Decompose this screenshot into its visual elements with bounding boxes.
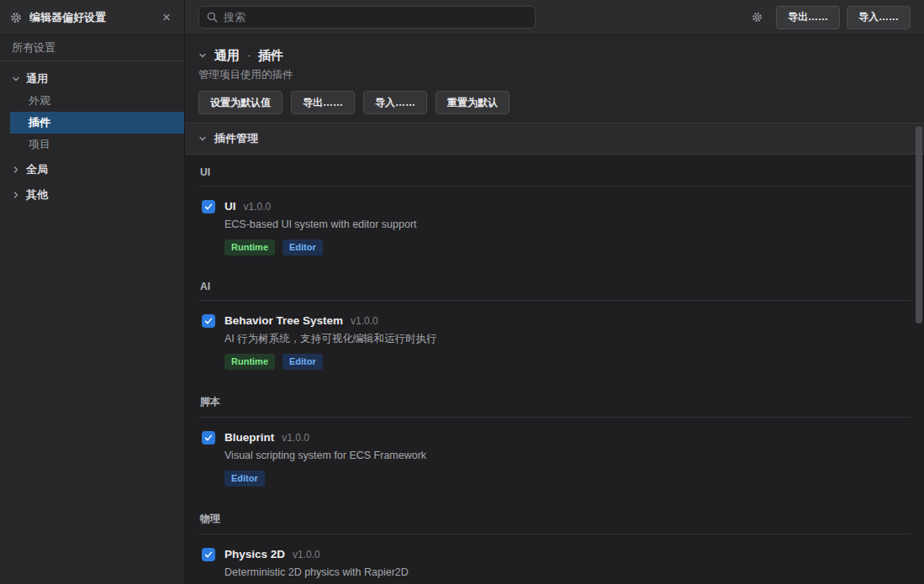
topbar: 导出…… 导入…… (185, 0, 924, 35)
plugin-enabled-checkbox[interactable] (202, 548, 215, 561)
plugin-row-ui: UIv1.0.0ECS-based UI system with editor … (198, 187, 911, 255)
plugin-name: Blueprint (224, 431, 274, 444)
plugin-version: v1.0.0 (351, 315, 378, 327)
plugin-name: UI (224, 200, 236, 213)
sidebar-item-label: 项目 (29, 137, 50, 152)
page-header: 通用 - 插件 管理项目使用的插件 设置为默认值导出……导入……重置为默认 (185, 35, 924, 124)
main-panel: 导出…… 导入…… 通用 - 插件 管理项目使用的插件 设置为默认值导出……导入… (185, 0, 924, 584)
sidebar-group-header-global[interactable]: 全局 (10, 159, 184, 181)
plugin-row-blueprint: Blueprintv1.0.0Visual scripting system f… (198, 418, 911, 487)
plugin-version: v1.0.0 (244, 201, 272, 213)
breadcrumb-current: 插件 (258, 48, 283, 64)
plugin-enabled-checkbox[interactable] (202, 431, 215, 445)
settings-gear-icon[interactable] (752, 12, 763, 23)
chevron-down-icon (198, 134, 207, 143)
chevron-right-icon (12, 191, 20, 199)
plugin-description: Visual scripting system for ECS Framewor… (224, 449, 426, 463)
scrollbar-thumb[interactable] (916, 126, 922, 324)
category-label: 物理 (198, 487, 911, 534)
plugin-name: Behavior Tree System (224, 314, 343, 327)
reset-button[interactable]: 重置为默认 (436, 91, 510, 114)
chevron-right-icon (12, 166, 20, 174)
page-description: 管理项目使用的插件 (198, 68, 911, 82)
sidebar-item-all-settings[interactable]: 所有设置 (0, 35, 184, 61)
sidebar-group-other: 其他 (10, 184, 184, 206)
plugin-version: v1.0.0 (282, 432, 309, 444)
sidebar-group-global: 全局 (10, 159, 184, 181)
all-settings-label: 所有设置 (12, 40, 55, 55)
plugin-tags: RuntimeEditor (224, 354, 437, 370)
import-button[interactable]: 导入…… (363, 91, 427, 114)
sidebar-group-label: 其他 (26, 187, 48, 203)
tag-runtime: Runtime (224, 354, 275, 370)
tag-editor: Editor (224, 471, 265, 487)
plugin-info: Behavior Tree Systemv1.0.0AI 行为树系统，支持可视化… (224, 314, 437, 370)
sidebar-group-general: 通用外观插件项目 (10, 68, 184, 155)
category-label: AI (198, 255, 911, 301)
plugin-version: v1.0.0 (293, 549, 320, 560)
tag-editor: Editor (282, 239, 323, 255)
plugin-name-row: Physics 2Dv1.0.0 (224, 548, 409, 561)
plugin-category-脚本: 脚本Blueprintv1.0.0Visual scripting system… (198, 370, 911, 487)
close-icon[interactable]: × (159, 8, 174, 26)
sidebar: 编辑器偏好设置 × 所有设置 通用外观插件项目全局其他 (0, 0, 185, 584)
tag-runtime: Runtime (224, 239, 275, 255)
sidebar-item-label: 外观 (29, 93, 50, 108)
plugin-tags: RuntimeEditor (224, 239, 417, 255)
sidebar-group-header-other[interactable]: 其他 (10, 184, 184, 206)
action-buttons: 设置为默认值导出……导入……重置为默认 (198, 91, 911, 114)
export-settings-button[interactable]: 导出…… (776, 6, 840, 29)
sidebar-item-plugins[interactable]: 插件 (10, 112, 184, 134)
window-titlebar: 编辑器偏好设置 × (0, 0, 184, 35)
plugin-category-ui: UIUIv1.0.0ECS-based UI system with edito… (198, 155, 911, 255)
sidebar-item-appearance[interactable]: 外观 (10, 90, 184, 112)
plugin-description: Deterministic 2D physics with Rapier2D (224, 566, 409, 580)
settings-tree: 通用外观插件项目全局其他 (0, 61, 184, 206)
search-input[interactable] (224, 11, 527, 24)
sidebar-group-label: 通用 (26, 71, 48, 87)
window-title: 编辑器偏好设置 (29, 10, 151, 25)
sidebar-item-label: 插件 (29, 115, 50, 130)
breadcrumb-separator: - (247, 50, 251, 61)
plugin-info: Blueprintv1.0.0Visual scripting system f… (224, 431, 426, 487)
plugin-name-row: Blueprintv1.0.0 (224, 431, 426, 445)
breadcrumb-parent: 通用 (214, 48, 240, 64)
plugin-description: AI 行为树系统，支持可视化编辑和运行时执行 (224, 332, 437, 346)
chevron-down-icon (198, 51, 207, 60)
plugin-tags: Editor (224, 471, 426, 487)
plugin-name-row: Behavior Tree Systemv1.0.0 (224, 314, 437, 328)
gear-icon (10, 12, 22, 24)
export-button[interactable]: 导出…… (291, 91, 355, 114)
preferences-window: 编辑器偏好设置 × 所有设置 通用外观插件项目全局其他 (0, 0, 924, 584)
plugin-category-物理: 物理Physics 2Dv1.0.0Deterministic 2D physi… (198, 487, 911, 584)
plugin-info: UIv1.0.0ECS-based UI system with editor … (224, 200, 417, 255)
plugin-row-behavior-tree-system: Behavior Tree Systemv1.0.0AI 行为树系统，支持可视化… (198, 301, 911, 370)
plugin-info: Physics 2Dv1.0.0Deterministic 2D physics… (224, 548, 409, 584)
import-settings-button[interactable]: 导入…… (847, 6, 911, 29)
chevron-down-icon (12, 75, 20, 83)
section-plugin-management[interactable]: 插件管理 (185, 124, 924, 155)
search-box[interactable] (198, 6, 536, 29)
plugin-enabled-checkbox[interactable] (202, 200, 215, 213)
plugin-category-ai: AIBehavior Tree Systemv1.0.0AI 行为树系统，支持可… (198, 255, 911, 370)
breadcrumb[interactable]: 通用 - 插件 (198, 47, 911, 64)
plugin-name: Physics 2D (224, 548, 285, 560)
sidebar-group-header-general[interactable]: 通用 (10, 68, 184, 90)
section-title: 插件管理 (214, 131, 258, 146)
sidebar-item-project[interactable]: 项目 (10, 134, 184, 155)
category-label: 脚本 (198, 370, 911, 418)
search-icon (207, 12, 218, 23)
plugin-description: ECS-based UI system with editor support (224, 218, 417, 232)
plugin-row-physics-2d: Physics 2Dv1.0.0Deterministic 2D physics… (198, 534, 911, 584)
plugin-list: UIUIv1.0.0ECS-based UI system with edito… (185, 155, 924, 584)
set-default-button[interactable]: 设置为默认值 (198, 91, 282, 114)
category-label: UI (198, 155, 911, 187)
tag-editor: Editor (282, 354, 323, 370)
sidebar-group-label: 全局 (26, 162, 48, 177)
plugin-enabled-checkbox[interactable] (202, 314, 215, 328)
plugin-name-row: UIv1.0.0 (224, 200, 417, 213)
